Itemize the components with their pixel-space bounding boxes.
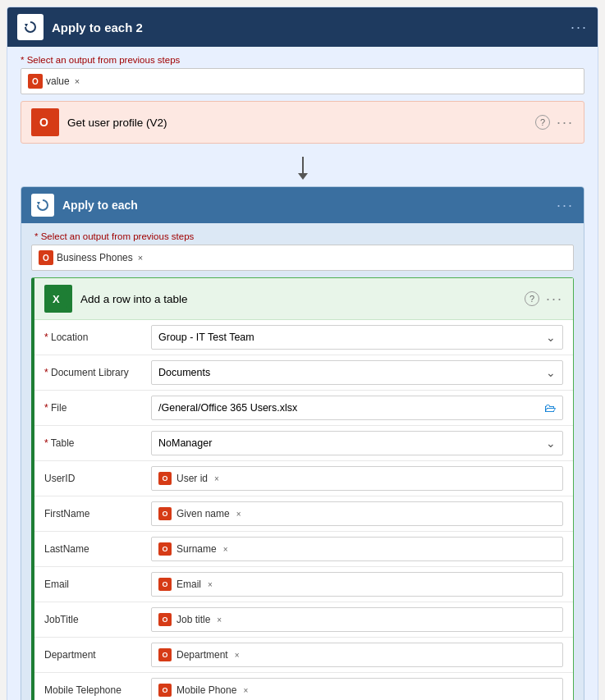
department-token-text: Department (176, 649, 228, 661)
form-row-lastname: LastName O Surname × (34, 532, 573, 567)
file-browse-icon[interactable]: 🗁 (544, 401, 556, 414)
value-document-library[interactable]: Documents ⌄ (151, 360, 563, 385)
label-table: Table (44, 437, 151, 449)
svg-marker-0 (25, 24, 28, 27)
form-row-document-library: Document Library Documents ⌄ (34, 355, 573, 391)
jobtitle-token-text: Job title (176, 614, 210, 625)
label-file: File (44, 402, 151, 414)
outer-loop-icon-box (17, 14, 44, 40)
arrow-head (298, 173, 308, 180)
location-text: Group - IT Test Team (158, 332, 254, 343)
inner-menu-button[interactable]: ··· (557, 197, 574, 214)
get-user-profile-card: O Get user profile (V2) ? ··· (21, 101, 584, 144)
userid-token-text: User id (176, 473, 208, 484)
outer-token-label: value (46, 75, 70, 87)
get-user-profile-menu-button[interactable]: ··· (557, 114, 574, 131)
file-text: /General/Office 365 Users.xlsx (158, 402, 297, 414)
label-jobtitle: JobTitle (44, 614, 151, 625)
form-row-firstname: FirstName O Given name × (34, 496, 573, 532)
form-row-jobtitle: JobTitle O Job title × (34, 602, 573, 638)
firstname-office-icon: O (158, 507, 172, 520)
value-file[interactable]: /General/Office 365 Users.xlsx 🗁 (151, 396, 563, 420)
mobile-telephone-token-text: Mobile Phone (176, 684, 236, 696)
table-chevron-icon: ⌄ (546, 437, 556, 450)
value-mobile-telephone[interactable]: O Mobile Phone × (151, 678, 563, 700)
label-firstname: FirstName (44, 508, 151, 519)
value-email[interactable]: O Email × (151, 572, 563, 597)
jobtitle-office-icon: O (158, 613, 172, 626)
department-office-icon: O (158, 648, 172, 661)
label-mobile-telephone: Mobile Telephone (44, 684, 151, 696)
outer-token-remove[interactable]: × (75, 76, 80, 86)
label-lastname: LastName (44, 543, 151, 555)
department-token-remove[interactable]: × (235, 651, 240, 660)
value-firstname[interactable]: O Given name × (151, 501, 563, 526)
excel-menu-button[interactable]: ··· (546, 291, 563, 308)
outer-select-label: * Select an output from previous steps (7, 47, 598, 68)
inner-token-label: Business Phones (57, 252, 133, 263)
jobtitle-token-remove[interactable]: × (217, 615, 222, 625)
outer-token-input[interactable]: O value × (21, 68, 584, 94)
inner-header: Apply to each ··· (21, 187, 584, 223)
lastname-token-remove[interactable]: × (223, 545, 228, 554)
form-row-department: Department O Department × (34, 638, 573, 673)
office-logo-icon: O (36, 113, 54, 131)
mobile-telephone-office-icon: O (158, 684, 172, 697)
form-row-userid: UserID O User id × (34, 461, 573, 496)
value-lastname[interactable]: O Surname × (151, 537, 563, 561)
inner-apply-to-each-card: Apply to each ··· * Select an output fro… (21, 186, 584, 700)
inner-loop-icon-box (31, 194, 54, 217)
outer-menu-button[interactable]: ··· (571, 19, 588, 36)
email-token-text: Email (176, 579, 201, 590)
form-row-email: Email O Email × (34, 567, 573, 602)
label-location: Location (44, 332, 151, 343)
outer-title: Apply to each 2 (52, 21, 571, 34)
table-text: NoManager (158, 437, 212, 449)
inner-token-business-phones: O Business Phones × (39, 250, 143, 265)
form-row-location: Location Group - IT Test Team ⌄ (34, 320, 573, 355)
value-department[interactable]: O Department × (151, 643, 563, 667)
label-userid: UserID (44, 473, 151, 484)
down-arrow (298, 157, 308, 180)
document-library-text: Documents (158, 367, 210, 378)
value-userid[interactable]: O User id × (151, 466, 563, 491)
get-user-profile-header: O Get user profile (V2) ? ··· (21, 102, 584, 143)
excel-help-icon[interactable]: ? (525, 291, 539, 306)
get-user-profile-title: Get user profile (V2) (67, 117, 535, 129)
arrow-container (7, 150, 598, 186)
outer-header: Apply to each 2 ··· (7, 7, 598, 47)
userid-token-remove[interactable]: × (214, 474, 219, 483)
lastname-token-text: Surname (176, 543, 217, 555)
outer-token-value: O value × (28, 74, 80, 89)
outer-token-office-icon: O (28, 74, 43, 89)
userid-office-icon: O (158, 472, 172, 485)
inner-token-office-icon: O (39, 250, 53, 265)
inner-select-label: * Select an output from previous steps (21, 223, 584, 245)
document-library-chevron-icon: ⌄ (546, 366, 556, 379)
mobile-telephone-token-remove[interactable]: × (243, 686, 248, 695)
value-jobtitle[interactable]: O Job title × (151, 607, 563, 632)
office-icon: O (31, 108, 59, 136)
form-row-table: Table NoManager ⌄ (34, 426, 573, 461)
label-email: Email (44, 579, 151, 590)
svg-marker-3 (37, 202, 40, 205)
inner-token-remove[interactable]: × (138, 253, 143, 263)
outer-apply-to-each-card: Apply to each 2 ··· * Select an output f… (7, 7, 598, 700)
firstname-token-text: Given name (176, 508, 230, 519)
svg-text:X: X (53, 293, 60, 305)
svg-text:O: O (39, 116, 48, 129)
excel-logo-icon: X (49, 290, 67, 308)
arrow-line (302, 157, 304, 173)
excel-card: X Add a row into a table ? ··· Location … (31, 277, 574, 700)
form-row-file: File /General/Office 365 Users.xlsx 🗁 (34, 391, 573, 426)
firstname-token-remove[interactable]: × (236, 510, 241, 519)
email-token-remove[interactable]: × (208, 580, 213, 589)
value-table[interactable]: NoManager ⌄ (151, 431, 563, 455)
get-user-profile-help-icon[interactable]: ? (535, 115, 550, 130)
inner-token-input[interactable]: O Business Phones × (31, 245, 574, 271)
loop-icon (22, 19, 39, 35)
form-row-mobile-telephone: Mobile Telephone O Mobile Phone × (34, 673, 573, 700)
location-chevron-icon: ⌄ (546, 331, 556, 344)
value-location[interactable]: Group - IT Test Team ⌄ (151, 325, 563, 350)
label-document-library: Document Library (44, 367, 151, 378)
